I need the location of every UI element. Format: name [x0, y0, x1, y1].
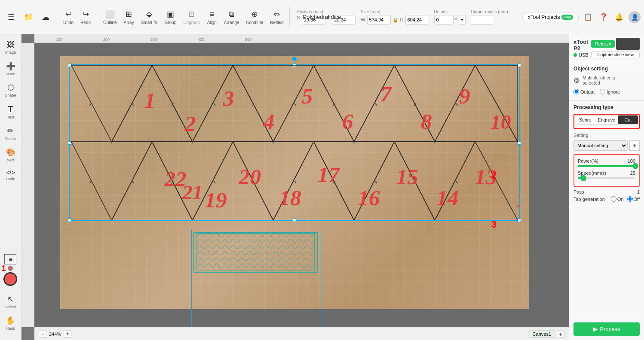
h-input[interactable] — [405, 15, 429, 24]
device-image — [616, 38, 640, 50]
svg-text:16: 16 — [358, 185, 380, 210]
zoom-level: 244% — [49, 331, 61, 337]
sidebar-item-text[interactable]: T Text — [0, 102, 21, 122]
setting-label: Setting — [573, 133, 640, 138]
svg-line-42 — [132, 181, 134, 183]
device-section: xTool P2 USB Refresh Capture close view — [569, 34, 644, 62]
multi-objects-label: Multiple objects — [583, 75, 615, 80]
smart-fill-label: Smart fill — [141, 20, 158, 25]
active-layer-dot[interactable]: 1 — [3, 272, 17, 286]
vector-sidebar-icon: ✏ — [7, 126, 14, 136]
tab-gen-off-radio[interactable] — [627, 196, 633, 202]
ignore-radio[interactable]: Ignore — [600, 89, 620, 94]
sidebar-item-vector[interactable]: ✏ Vector — [0, 124, 21, 143]
sidebar-item-select[interactable]: ↖ Select — [3, 292, 18, 312]
refresh-button[interactable]: Refresh — [591, 40, 615, 48]
tab-gen-on-radio[interactable] — [611, 196, 616, 202]
size-group: Size (mm) W 🔒 H — [361, 9, 429, 24]
sidebar-item-xart[interactable]: 🎨 xArt — [0, 145, 21, 165]
rotate-chevron[interactable]: ▼ — [459, 15, 466, 24]
ruler-tick-100: 100 — [56, 37, 62, 42]
redo-button[interactable]: ↪ Redo — [78, 9, 93, 25]
output-radio-input[interactable] — [573, 89, 579, 94]
sidebar-item-insert[interactable]: ➕ Insert — [0, 59, 21, 79]
tab-gen-on[interactable]: On — [611, 196, 624, 202]
corner-radius-input[interactable] — [471, 15, 494, 24]
align-icon: ≡ — [207, 9, 217, 19]
process-button[interactable]: ▶ Process — [573, 322, 640, 336]
sidebar-item-image[interactable]: 🖼 Image — [0, 38, 21, 57]
shape-sidebar-label: Shape — [5, 93, 16, 97]
speed-thumb[interactable] — [580, 175, 586, 181]
rotate-input[interactable] — [434, 15, 454, 24]
canvas-viewport[interactable]: 1 2 3 4 5 6 7 8 9 10 11 20 — [34, 43, 569, 327]
speed-track[interactable] — [578, 177, 635, 179]
xtool-projects-button[interactable]: xTool Projects Free — [522, 12, 579, 22]
notification-icon[interactable]: 🔔 — [613, 11, 625, 23]
tab-cut[interactable]: Cut — [618, 115, 638, 124]
rotate-label: Rotate — [434, 9, 466, 14]
menu-button[interactable]: ☰ — [3, 12, 19, 22]
svg-text:18: 18 — [279, 185, 301, 210]
svg-text:7: 7 — [380, 82, 393, 106]
selected-label: selected — [583, 80, 615, 85]
svg-line-22 — [132, 103, 134, 106]
layers-button[interactable]: ≡ — [4, 254, 16, 264]
w-input[interactable] — [367, 15, 391, 24]
combine-button[interactable]: ⊕ Combine — [243, 9, 266, 25]
user-avatar[interactable]: 👤 — [629, 11, 641, 23]
add-canvas-button[interactable]: + — [557, 330, 564, 338]
smart-fill-button[interactable]: ⬙ Smart fill — [138, 9, 160, 25]
layer-dot-1[interactable] — [8, 266, 13, 271]
zoom-plus-button[interactable]: + — [64, 330, 71, 338]
power-fill — [578, 165, 635, 167]
canvas-background: 1 2 3 4 5 6 7 8 9 10 11 20 — [60, 56, 529, 309]
ungroup-button[interactable]: ⊡ Ungroup — [181, 9, 202, 25]
setting-expand-button[interactable]: ⊞ — [629, 140, 640, 151]
cloud-button[interactable]: ☁ — [38, 12, 53, 22]
tab-gen-off-label: Off — [634, 197, 640, 202]
hand-sidebar-label: Hand — [6, 326, 15, 331]
svg-line-41 — [89, 181, 91, 183]
ruler-horizontal: 100 200 300 400 500 — [34, 34, 569, 43]
tab-score[interactable]: Score — [575, 115, 595, 124]
cloud-icon: ☁ — [40, 12, 51, 22]
sidebar-item-hand[interactable]: ✋ Hand — [3, 313, 18, 333]
outline-button[interactable]: ⬜ Outline — [101, 9, 120, 25]
canvas-tab-button[interactable]: Canvas1 — [529, 330, 555, 338]
device-name: xTool P2 — [573, 39, 591, 52]
corner-radius-group: Corner radius (mm) — [471, 9, 508, 24]
svg-text:5: 5 — [302, 84, 313, 108]
file-open-button[interactable]: 📁 — [21, 12, 36, 22]
speed-value: 25 — [630, 170, 635, 176]
sidebar-item-shape[interactable]: ⬡ Shape — [0, 80, 21, 100]
sidebar-item-code[interactable]: </> Code — [0, 167, 21, 184]
tab-gen-off[interactable]: Off — [627, 196, 640, 202]
rotation-handle[interactable] — [292, 57, 297, 61]
tab-engrave[interactable]: Engrave — [595, 115, 618, 124]
device-actions: Refresh Capture close view — [591, 38, 640, 58]
svg-text:15: 15 — [396, 164, 418, 189]
group-button[interactable]: ▣ Group — [162, 9, 179, 25]
library-icon[interactable]: 📋 — [582, 11, 594, 23]
svg-text:3: 3 — [223, 86, 234, 110]
align-button[interactable]: ≡ Align — [204, 9, 220, 25]
power-value: 100 — [628, 158, 635, 164]
help-icon[interactable]: ❓ — [598, 11, 610, 23]
lock-icon: 🔒 — [393, 17, 399, 23]
array-button[interactable]: ⊞ Array — [121, 9, 137, 25]
capture-button[interactable]: Capture close view — [591, 51, 640, 58]
power-track[interactable] — [578, 165, 635, 167]
corner-radius-label: Corner radius (mm) — [471, 9, 508, 14]
canvas-area[interactable]: 100 200 300 400 500 — [21, 34, 569, 340]
zoom-minus-button[interactable]: − — [39, 330, 46, 338]
power-thumb[interactable] — [632, 163, 638, 169]
pass-value: 1 — [637, 189, 640, 194]
arrange-button[interactable]: ⧉ Arrange — [221, 9, 242, 25]
ignore-radio-input[interactable] — [600, 89, 605, 94]
reflect-button[interactable]: ⇔ Reflect — [267, 9, 286, 25]
output-radio[interactable]: Output — [573, 89, 595, 94]
device-header: xTool P2 USB Refresh Capture close view — [573, 38, 640, 58]
setting-select[interactable]: Manual setting Default — [573, 140, 628, 151]
undo-button[interactable]: ↩ Undo — [61, 9, 76, 25]
